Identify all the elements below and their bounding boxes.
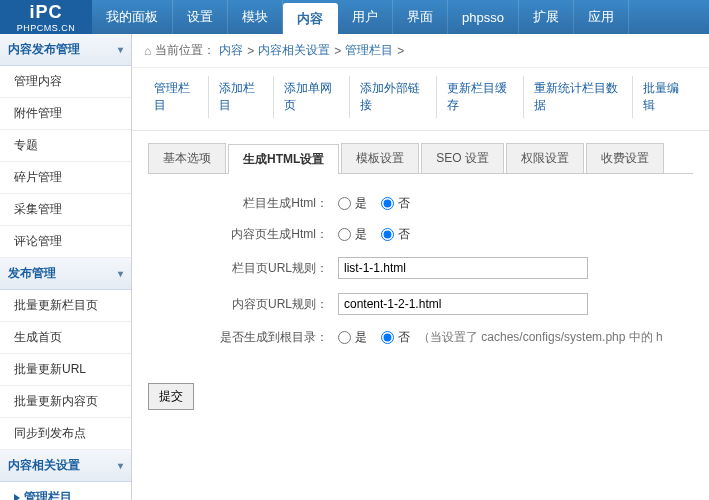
- tab[interactable]: 权限设置: [506, 143, 584, 173]
- tab[interactable]: 基本选项: [148, 143, 226, 173]
- breadcrumb-part[interactable]: 内容相关设置: [258, 42, 330, 59]
- side-item[interactable]: 批量更新栏目页: [0, 290, 131, 322]
- breadcrumb-sep: >: [334, 44, 341, 58]
- topnav-item[interactable]: 应用: [574, 0, 629, 34]
- breadcrumb-part[interactable]: 内容: [219, 42, 243, 59]
- label-gen-root: 是否生成到根目录：: [148, 329, 338, 346]
- label-content-url-rule: 内容页URL规则：: [148, 296, 338, 313]
- topnav-item[interactable]: 设置: [173, 0, 228, 34]
- breadcrumb-prefix: 当前位置：: [155, 42, 215, 59]
- topnav-item[interactable]: 扩展: [519, 0, 574, 34]
- topnav-item[interactable]: phpsso: [448, 0, 519, 34]
- input-content-url-rule[interactable]: [338, 293, 588, 315]
- radio-yes[interactable]: 是: [338, 329, 367, 346]
- tab[interactable]: 收费设置: [586, 143, 664, 173]
- side-group-title[interactable]: 内容相关设置▾: [0, 450, 131, 482]
- top-nav: 我的面板设置模块内容用户界面phpsso扩展应用: [92, 0, 709, 34]
- radio-yes[interactable]: 是: [338, 226, 367, 243]
- side-item[interactable]: 管理内容: [0, 66, 131, 98]
- topnav-item[interactable]: 模块: [228, 0, 283, 34]
- row-column-html: 栏目生成Html： 是 否: [148, 188, 693, 219]
- side-item[interactable]: 附件管理: [0, 98, 131, 130]
- breadcrumb: ⌂ 当前位置： 内容 > 内容相关设置 > 管理栏目 >: [132, 34, 709, 68]
- radio-no[interactable]: 否: [381, 329, 410, 346]
- breadcrumb-part[interactable]: 管理栏目: [345, 42, 393, 59]
- input-column-url-rule[interactable]: [338, 257, 588, 279]
- subnav-item[interactable]: 更新栏目缓存: [437, 76, 524, 118]
- logo: iPC PHPCMS.CN: [0, 0, 92, 34]
- tab[interactable]: SEO 设置: [421, 143, 504, 173]
- breadcrumb-sep: >: [397, 44, 404, 58]
- chevron-down-icon: ▾: [118, 268, 123, 279]
- header: iPC PHPCMS.CN 我的面板设置模块内容用户界面phpsso扩展应用: [0, 0, 709, 34]
- topnav-item[interactable]: 界面: [393, 0, 448, 34]
- topnav-item[interactable]: 用户: [338, 0, 393, 34]
- radio-no[interactable]: 否: [381, 195, 410, 212]
- side-item[interactable]: 同步到发布点: [0, 418, 131, 450]
- side-item[interactable]: 碎片管理: [0, 162, 131, 194]
- subnav-item[interactable]: 批量编辑: [633, 76, 697, 118]
- radio-column-html: 是 否: [338, 195, 410, 212]
- main: ⌂ 当前位置： 内容 > 内容相关设置 > 管理栏目 > 管理栏目添加栏目添加单…: [132, 34, 709, 500]
- topnav-item[interactable]: 我的面板: [92, 0, 173, 34]
- row-column-url-rule: 栏目页URL规则：: [148, 250, 693, 286]
- subnav-item[interactable]: 管理栏目: [144, 76, 209, 118]
- tabs: 基本选项生成HTML设置模板设置SEO 设置权限设置收费设置: [148, 143, 693, 174]
- tab[interactable]: 生成HTML设置: [228, 144, 339, 174]
- side-item[interactable]: 评论管理: [0, 226, 131, 258]
- breadcrumb-sep: >: [247, 44, 254, 58]
- side-item[interactable]: 批量更新URL: [0, 354, 131, 386]
- radio-no[interactable]: 否: [381, 226, 410, 243]
- side-item[interactable]: 生成首页: [0, 322, 131, 354]
- chevron-down-icon: ▾: [118, 460, 123, 471]
- topnav-item[interactable]: 内容: [283, 3, 338, 34]
- side-item[interactable]: 采集管理: [0, 194, 131, 226]
- home-icon: ⌂: [144, 44, 151, 58]
- row-content-html: 内容页生成Html： 是 否: [148, 219, 693, 250]
- row-content-url-rule: 内容页URL规则：: [148, 286, 693, 322]
- side-item[interactable]: 批量更新内容页: [0, 386, 131, 418]
- chevron-down-icon: ▾: [118, 44, 123, 55]
- label-content-html: 内容页生成Html：: [148, 226, 338, 243]
- subnav-item[interactable]: 添加栏目: [209, 76, 274, 118]
- sub-nav: 管理栏目添加栏目添加单网页添加外部链接更新栏目缓存重新统计栏目数据批量编辑: [132, 68, 709, 131]
- label-column-html: 栏目生成Html：: [148, 195, 338, 212]
- label-column-url-rule: 栏目页URL规则：: [148, 260, 338, 277]
- subnav-item[interactable]: 重新统计栏目数据: [524, 76, 633, 118]
- subnav-item[interactable]: 添加外部链接: [350, 76, 437, 118]
- submit-button[interactable]: 提交: [148, 383, 194, 410]
- sidebar: 内容发布管理▾管理内容附件管理专题碎片管理采集管理评论管理发布管理▾批量更新栏目…: [0, 34, 132, 500]
- side-item[interactable]: 专题: [0, 130, 131, 162]
- side-item[interactable]: 管理栏目: [0, 482, 131, 500]
- tab[interactable]: 模板设置: [341, 143, 419, 173]
- row-gen-root: 是否生成到根目录： 是 否 （当设置了 caches/configs/syste…: [148, 322, 693, 353]
- form-area: 栏目生成Html： 是 否 内容页生成Html： 是 否 栏目页URL规则： 内…: [132, 174, 709, 367]
- radio-content-html: 是 否: [338, 226, 410, 243]
- side-group-title[interactable]: 发布管理▾: [0, 258, 131, 290]
- radio-gen-root: 是 否: [338, 329, 410, 346]
- note-gen-root: （当设置了 caches/configs/system.php 中的 h: [418, 329, 663, 346]
- logo-sub: PHPCMS.CN: [17, 23, 76, 33]
- logo-top: iPC: [29, 2, 62, 23]
- subnav-item[interactable]: 添加单网页: [274, 76, 350, 118]
- side-group-title[interactable]: 内容发布管理▾: [0, 34, 131, 66]
- radio-yes[interactable]: 是: [338, 195, 367, 212]
